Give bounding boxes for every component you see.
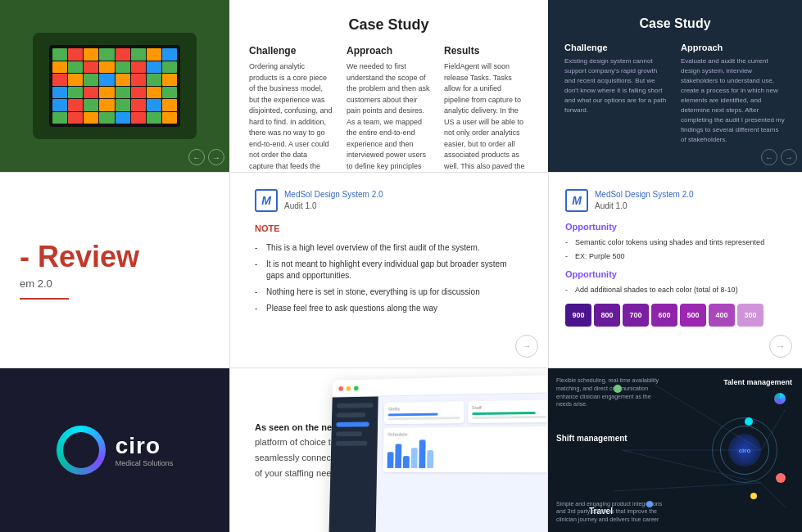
- swatch-600: 600: [651, 304, 677, 327]
- cell: [116, 48, 130, 61]
- bar-bg-1: [388, 417, 460, 420]
- cell: [131, 99, 146, 111]
- sidebar-item-1: [337, 403, 374, 408]
- dark-next-arrow[interactable]: →: [781, 149, 797, 165]
- dark-challenge-col: Challenge Existing design system cannot …: [564, 43, 669, 145]
- top-section: ← → Case Study Challenge Ordering analyt…: [0, 0, 802, 172]
- dark-approach-col: Approach Evaluate and audit the current …: [681, 43, 786, 145]
- cell: [116, 87, 130, 99]
- cell: [52, 74, 67, 86]
- card-2: Staff: [468, 400, 548, 424]
- nav-circle-center[interactable]: →: [515, 335, 538, 358]
- swatch-700: 700: [623, 304, 649, 327]
- dark-challenge-heading: Challenge: [564, 43, 669, 52]
- mockup-body: Shifts Staff Schedule: [329, 393, 548, 532]
- cell: [68, 87, 83, 99]
- cell: [99, 87, 114, 99]
- cell: [162, 61, 177, 74]
- panel-case-study-light: Case Study Challenge Ordering analytic p…: [229, 0, 548, 172]
- talent-top-desc-text: Flexible scheduling, real-time availabil…: [556, 376, 663, 408]
- svg-line-3: [614, 483, 761, 491]
- chart-bar-4: [411, 448, 418, 468]
- cell: [84, 87, 98, 99]
- cell: [147, 99, 161, 111]
- dot-red: [338, 386, 343, 391]
- note-item-4: Please feel free to ask questions along …: [255, 300, 523, 317]
- dashboard-mockup: Shifts Staff Schedule: [329, 375, 548, 532]
- svg-line-2: [655, 385, 761, 450]
- swatch-800: 800: [594, 304, 620, 327]
- cell: [84, 112, 98, 124]
- medsol-text-right: MedSol Design System 2.0 Audit 1.0: [595, 189, 694, 212]
- cell: [162, 48, 177, 61]
- ciro-tagline: Medical Solutions: [116, 459, 174, 467]
- cell: [84, 99, 98, 111]
- opp-item-2: EX: Purple 500: [565, 250, 786, 264]
- swatch-500: 500: [680, 304, 706, 327]
- cell: [162, 99, 177, 111]
- review-title-part1: - Review: [20, 241, 210, 273]
- laptop-image: [33, 33, 197, 139]
- cell: [52, 61, 67, 74]
- next-arrow[interactable]: →: [208, 149, 224, 165]
- panel-talent: Talent management Shift management Trave…: [548, 368, 802, 532]
- talent-top-desc: Flexible scheduling, real-time availabil…: [556, 376, 663, 408]
- cell: [162, 87, 177, 99]
- case-study-title: Case Study: [249, 16, 528, 34]
- dot-green: [354, 385, 359, 390]
- dark-approach-text: Evaluate and audit the current design sy…: [681, 56, 786, 145]
- opp-item-1: Semantic color tokens using shades and t…: [565, 236, 786, 250]
- challenge-text: Ordering analytic products is a core pie…: [249, 61, 333, 183]
- opportunity-list-2: Add additional shades to each color (tot…: [565, 283, 786, 297]
- cell: [68, 112, 83, 124]
- ciro-brand: ciro: [116, 433, 174, 459]
- case-study-dark-columns: Challenge Existing design system cannot …: [564, 43, 786, 145]
- cell: [99, 112, 114, 124]
- bottom-section: ciro Medical Solutions As seen on the ne…: [0, 368, 802, 532]
- cell: [68, 48, 83, 61]
- chart-bar-5: [419, 440, 425, 468]
- cell: [116, 99, 130, 111]
- sidebar-item-5: [336, 441, 367, 446]
- dark-prev-arrow[interactable]: ←: [761, 149, 777, 165]
- cell: [131, 74, 146, 86]
- nav-circle-right[interactable]: →: [769, 335, 792, 358]
- cell: [68, 61, 83, 74]
- swatch-300: 300: [737, 304, 763, 327]
- card-label: Shifts: [388, 405, 460, 411]
- sidebar-item-2: [337, 413, 366, 417]
- card-label-3: Schedule: [387, 431, 546, 437]
- dot-yellow: [347, 385, 351, 390]
- medsol-header-center: M MedSol Design System 2.0 Audit 1.0: [255, 189, 523, 212]
- note-item-2: It is not meant to highlight every indiv…: [255, 256, 523, 284]
- laptop-screen: [49, 45, 180, 127]
- cell: [147, 74, 161, 86]
- ciro-circle-icon: [57, 426, 106, 475]
- bar-1: [388, 413, 438, 417]
- talent-bubbles: Talent management Shift management Trave…: [548, 368, 802, 532]
- color-swatches: 900 800 700 600 500 400 300: [565, 304, 786, 327]
- swatch-400: 400: [709, 304, 735, 327]
- panel-ciro: ciro Medical Solutions: [0, 368, 229, 532]
- cell: [52, 48, 67, 61]
- cell: [147, 112, 161, 124]
- opportunity-label-2: Opportunity: [565, 269, 786, 279]
- case-study-dark-title: Case Study: [564, 16, 786, 31]
- svg-line-4: [761, 409, 786, 450]
- middle-section: - Review em 2.0 M MedSol Design System 2…: [0, 172, 802, 368]
- review-subtitle: em 2.0: [20, 277, 210, 290]
- mockup-container: Shifts Staff Schedule: [329, 375, 548, 532]
- medsol-logo-center: M: [255, 189, 278, 212]
- cell: [52, 112, 67, 124]
- chart-bar-3: [403, 456, 410, 468]
- bar-bg-2: [472, 416, 547, 419]
- opportunity-label-1: Opportunity: [565, 222, 786, 232]
- cell: [162, 74, 177, 86]
- sidebar-item-4: [336, 431, 362, 436]
- challenge-heading: Challenge: [249, 45, 333, 56]
- prev-arrow[interactable]: ←: [188, 149, 205, 165]
- cell: [52, 99, 67, 111]
- opp-item-3: Add additional shades to each color (tot…: [565, 283, 786, 297]
- cell: [52, 87, 67, 99]
- note-list: This is a high level overview of the fir…: [255, 240, 523, 317]
